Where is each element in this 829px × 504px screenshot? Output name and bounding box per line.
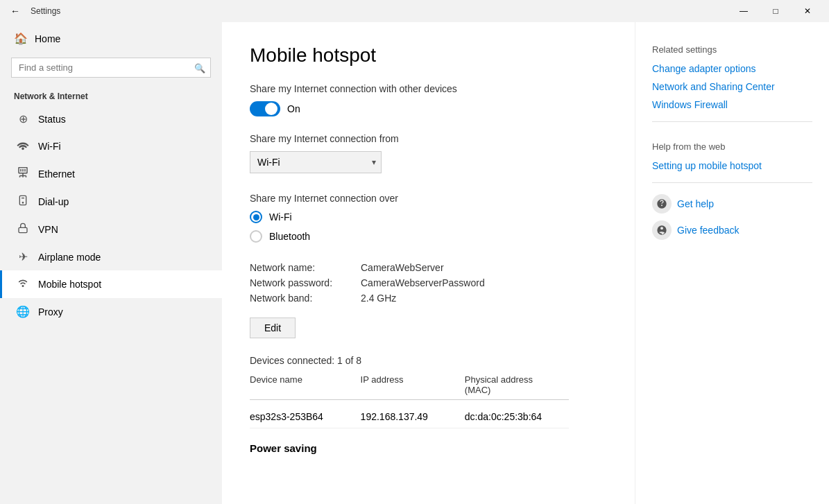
svg-rect-12 xyxy=(19,227,27,232)
sidebar: 🏠 Home 🔍 Network & Internet ⊕ Status Wi-… xyxy=(0,22,222,504)
sidebar-item-label: Wi-Fi xyxy=(38,141,61,152)
share-from-section: Share my Internet connection from Wi-Fi … xyxy=(250,133,607,173)
dialup-icon xyxy=(16,195,30,209)
sidebar-section-title: Network & Internet xyxy=(0,86,222,105)
sidebar-item-hotspot[interactable]: Mobile hotspot xyxy=(0,270,222,298)
network-name-value: CameraWebServer xyxy=(361,262,444,273)
radio-bluetooth[interactable] xyxy=(250,230,262,243)
network-name-label: Network name: xyxy=(250,262,361,273)
titlebar-title: Settings xyxy=(31,6,60,16)
sidebar-item-home[interactable]: 🏠 Home xyxy=(0,22,222,55)
radio-bluetooth-row: Bluetooth xyxy=(250,230,607,243)
sidebar-item-ethernet[interactable]: Ethernet xyxy=(0,160,222,188)
home-label: Home xyxy=(35,33,60,44)
sharing-center-link[interactable]: Network and Sharing Center xyxy=(652,81,812,92)
related-settings-title: Related settings xyxy=(652,44,812,55)
window-controls: — □ ✕ xyxy=(728,0,823,22)
toggle-state-label: On xyxy=(287,103,300,114)
col-ip-address: IP address xyxy=(361,374,465,395)
svg-rect-1 xyxy=(20,169,22,172)
col-device-name: Device name xyxy=(250,374,361,395)
share-over-label: Share my Internet connection over xyxy=(250,193,607,204)
give-feedback-row[interactable]: Give feedback xyxy=(652,220,812,240)
feedback-label: Give feedback xyxy=(677,225,740,236)
table-row: esp32s3-253B64 192.168.137.49 dc:da:0c:2… xyxy=(250,406,569,428)
devices-table: Device name IP address Physical address(… xyxy=(250,374,569,428)
search-icon: 🔍 xyxy=(194,62,205,73)
close-button[interactable]: ✕ xyxy=(792,0,823,22)
proxy-icon: 🌐 xyxy=(16,305,30,318)
svg-point-11 xyxy=(22,202,23,203)
sidebar-item-label: Ethernet xyxy=(38,168,75,180)
network-password-value: CameraWebserverPassword xyxy=(361,277,485,288)
search-container: 🔍 xyxy=(11,58,211,78)
network-band-value: 2.4 GHz xyxy=(361,293,396,304)
radio-wifi-row: Wi-Fi xyxy=(250,211,607,223)
svg-rect-2 xyxy=(22,169,24,172)
airplane-icon: ✈ xyxy=(16,250,30,263)
ethernet-icon xyxy=(16,167,30,181)
sidebar-item-airplane[interactable]: ✈ Airplane mode xyxy=(0,243,222,270)
network-name-row: Network name: CameraWebServer xyxy=(250,262,607,273)
table-header: Device name IP address Physical address(… xyxy=(250,374,569,400)
sidebar-item-status[interactable]: ⊕ Status xyxy=(0,105,222,132)
page-title: Mobile hotspot xyxy=(250,44,607,67)
home-icon: 🏠 xyxy=(14,32,28,45)
sidebar-item-label: Proxy xyxy=(38,306,63,318)
sidebar-item-wifi[interactable]: Wi-Fi xyxy=(0,132,222,160)
sidebar-item-label: Dial-up xyxy=(38,196,69,207)
device-ip: 192.168.137.49 xyxy=(361,411,465,422)
sidebar-item-vpn[interactable]: VPN xyxy=(0,216,222,243)
app-body: 🏠 Home 🔍 Network & Internet ⊕ Status Wi-… xyxy=(0,22,829,504)
radio-bluetooth-label: Bluetooth xyxy=(269,231,310,242)
edit-button[interactable]: Edit xyxy=(250,318,296,338)
maximize-button[interactable]: □ xyxy=(760,0,792,22)
network-password-row: Network password: CameraWebserverPasswor… xyxy=(250,277,607,288)
main-content: Mobile hotspot Share my Internet connect… xyxy=(222,22,635,504)
toggle-knob xyxy=(265,103,277,115)
help-title: Help from the web xyxy=(652,141,812,152)
wifi-icon xyxy=(16,139,30,153)
toggle-row: On xyxy=(250,101,607,116)
share-from-label: Share my Internet connection from xyxy=(250,133,607,144)
get-help-icon xyxy=(652,194,672,214)
get-help-label: Get help xyxy=(677,198,714,209)
sidebar-item-dialup[interactable]: Dial-up xyxy=(0,188,222,216)
power-saving-title: Power saving xyxy=(250,442,317,454)
status-icon: ⊕ xyxy=(16,112,30,125)
radio-wifi[interactable] xyxy=(250,211,262,223)
devices-section: Devices connected: 1 of 8 Device name IP… xyxy=(250,355,607,428)
minimize-button[interactable]: — xyxy=(728,0,760,22)
sidebar-item-label: Mobile hotspot xyxy=(38,279,101,290)
device-name: esp32s3-253B64 xyxy=(250,411,361,422)
search-input[interactable] xyxy=(11,58,211,78)
share-internet-label: Share my Internet connection with other … xyxy=(250,83,607,94)
get-help-row[interactable]: Get help xyxy=(652,194,812,214)
hotspot-toggle[interactable] xyxy=(250,101,280,116)
svg-rect-3 xyxy=(24,169,26,172)
adapter-options-link[interactable]: Change adapter options xyxy=(652,63,812,74)
right-panel: Related settings Change adapter options … xyxy=(635,22,829,504)
titlebar: ← Settings — □ ✕ xyxy=(0,0,829,22)
divider xyxy=(652,121,812,122)
devices-connected-label: Devices connected: xyxy=(250,355,334,366)
power-saving-section: Power saving xyxy=(250,442,607,454)
setup-hotspot-link[interactable]: Setting up mobile hotspot xyxy=(652,160,812,171)
radio-wifi-label: Wi-Fi xyxy=(269,211,292,223)
connection-source-dropdown[interactable]: Wi-Fi Ethernet xyxy=(250,151,382,173)
sidebar-item-proxy[interactable]: 🌐 Proxy xyxy=(0,298,222,325)
firewall-link[interactable]: Windows Firewall xyxy=(652,99,812,110)
network-password-label: Network password: xyxy=(250,277,361,288)
device-mac: dc:da:0c:25:3b:64 xyxy=(465,411,569,422)
sidebar-item-label: Status xyxy=(38,114,66,125)
sidebar-item-label: VPN xyxy=(38,224,58,235)
devices-connected-row: Devices connected: 1 of 8 xyxy=(250,355,607,366)
sidebar-item-label: Airplane mode xyxy=(38,252,101,263)
feedback-icon xyxy=(652,220,672,240)
network-band-label: Network band: xyxy=(250,293,361,304)
back-button[interactable]: ← xyxy=(6,1,25,21)
network-info: Network name: CameraWebServer Network pa… xyxy=(250,262,607,304)
share-over-section: Share my Internet connection over Wi-Fi … xyxy=(250,193,607,243)
devices-connected-value: 1 of 8 xyxy=(337,355,361,366)
radio-wifi-inner xyxy=(253,214,259,220)
